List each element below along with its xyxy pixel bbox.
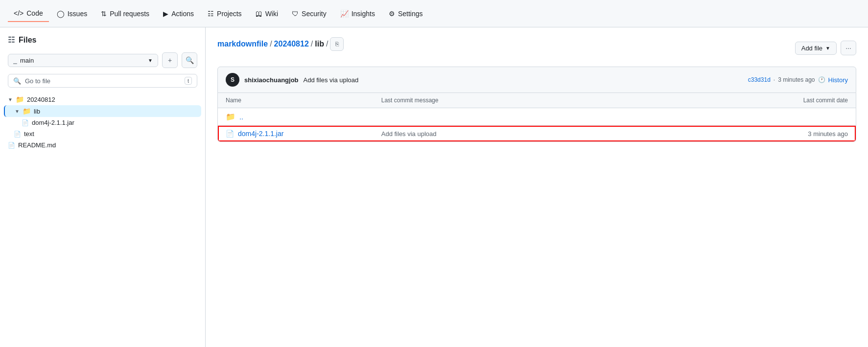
folder-20240812-label: 20240812 xyxy=(27,96,55,103)
file-icon: 📄 xyxy=(8,142,15,149)
history-button[interactable]: History xyxy=(828,76,848,84)
file-dom4j-label: dom4j-2.1.1.jar xyxy=(32,119,74,126)
nav-pull-requests-label: Pull requests xyxy=(110,10,149,18)
search-row: 🔍 Go to file t xyxy=(0,74,205,93)
avatar: S xyxy=(226,73,239,87)
search-magnifier-icon: 🔍 xyxy=(13,77,21,85)
actions-icon: ▶ xyxy=(163,10,168,18)
add-file-button[interactable]: Add file ▼ xyxy=(795,42,837,55)
add-branch-button[interactable]: + xyxy=(162,52,178,68)
nav-security-label: Security xyxy=(302,10,327,18)
more-options-button[interactable]: ··· xyxy=(841,41,856,55)
folder-lib-label: lib xyxy=(34,108,40,115)
commit-time: 3 minutes ago xyxy=(778,76,815,83)
search-shortcut: t xyxy=(185,77,192,85)
branch-row: ⎯ main ▼ + 🔍 xyxy=(0,52,205,74)
copy-icon: ⎘ xyxy=(335,41,339,47)
file-text-label: text xyxy=(24,130,34,138)
search-placeholder-text: Go to file xyxy=(25,77,50,85)
wiki-icon: 🕮 xyxy=(256,10,262,18)
file-table: Name Last commit message Last commit dat… xyxy=(217,93,856,142)
add-file-label: Add file xyxy=(801,45,822,52)
pull-requests-icon: ⇅ xyxy=(101,10,107,18)
folder-icon: 📁 xyxy=(16,95,24,103)
tree-item-dom4j[interactable]: 📄 dom4j-2.1.1.jar xyxy=(4,117,201,128)
chevron-down-icon: ▼ xyxy=(148,58,153,63)
commit-meta: c33d31d · 3 minutes ago 🕐 History xyxy=(748,76,848,84)
file-icon: 📄 xyxy=(22,119,29,126)
file-dom4j-link[interactable]: 📄 dom4j-2.1.1.jar xyxy=(226,130,381,138)
file-icon: 📄 xyxy=(14,131,21,138)
chevron-down-icon: ▼ xyxy=(825,46,830,51)
search-icon: 🔍 xyxy=(186,56,194,64)
breadcrumb-sep-3: / xyxy=(326,40,328,48)
search-button[interactable]: 🔍 xyxy=(182,52,197,68)
file-readme-label: README.md xyxy=(18,141,56,149)
more-icon: ··· xyxy=(845,44,851,52)
nav-projects[interactable]: ☷ Projects xyxy=(202,6,248,22)
table-row: 📄 dom4j-2.1.1.jar Add files via upload 3… xyxy=(218,126,856,141)
issues-icon: ◯ xyxy=(57,10,65,18)
copy-path-button[interactable]: ⎘ xyxy=(330,37,344,51)
nav-issues-label: Issues xyxy=(68,10,87,18)
breadcrumb: markdownfile / 20240812 / lib / ⎘ xyxy=(217,37,344,51)
commit-author[interactable]: shixiaochuangjob xyxy=(244,76,299,84)
parent-folder-name: .. xyxy=(239,113,243,121)
nav-wiki[interactable]: 🕮 Wiki xyxy=(250,6,284,22)
breadcrumb-folder2: lib xyxy=(315,40,324,48)
nav-insights[interactable]: 📈 Insights xyxy=(334,6,381,22)
chevron-down-icon: ▼ xyxy=(15,109,20,114)
branch-icon: ⎯ xyxy=(13,57,17,64)
nav-settings-label: Settings xyxy=(398,10,423,18)
breadcrumb-sep-1: / xyxy=(270,40,272,48)
nav-actions-label: Actions xyxy=(171,10,194,18)
settings-icon: ⚙ xyxy=(389,10,395,18)
header-actions: Add file ▼ ··· xyxy=(795,41,856,55)
col-date-header: Last commit date xyxy=(692,97,848,104)
commit-hash[interactable]: c33d31d xyxy=(748,76,771,83)
main-content: markdownfile / 20240812 / lib / ⎘ Add fi… xyxy=(206,27,868,347)
breadcrumb-folder1[interactable]: 20240812 xyxy=(274,40,309,48)
projects-icon: ☷ xyxy=(208,10,214,18)
col-name-header: Name xyxy=(226,97,381,104)
tree-item-lib[interactable]: ▼ 📁 lib xyxy=(4,105,201,117)
nav-code[interactable]: </> Code xyxy=(8,5,49,22)
dot-sep: · xyxy=(774,76,775,83)
folder-icon: 📁 xyxy=(226,112,235,121)
insights-icon: 📈 xyxy=(340,10,349,18)
clock-icon: 🕐 xyxy=(818,76,825,83)
breadcrumb-sep-2: / xyxy=(311,40,313,48)
nav-issues[interactable]: ◯ Issues xyxy=(51,6,93,22)
tree-item-readme[interactable]: 📄 README.md xyxy=(4,139,201,151)
security-icon: 🛡 xyxy=(292,10,299,18)
tree-item-20240812[interactable]: ▼ 📁 20240812 xyxy=(4,93,201,105)
tree-item-text[interactable]: 📄 text xyxy=(4,128,201,139)
goto-file-search[interactable]: 🔍 Go to file t xyxy=(8,74,197,88)
code-icon: </> xyxy=(14,9,23,17)
file-icon: 📄 xyxy=(226,130,234,138)
file-sidebar: ☷ Files ⎯ main ▼ + 🔍 🔍 Go to file t xyxy=(0,27,206,347)
sidebar-title: Files xyxy=(19,36,36,45)
table-row: 📁 .. xyxy=(218,108,856,126)
file-tree: ▼ 📁 20240812 ▼ 📁 lib 📄 dom4j-2.1.1.jar 📄… xyxy=(0,93,205,151)
breadcrumb-repo[interactable]: markdownfile xyxy=(217,40,268,48)
chevron-down-icon: ▼ xyxy=(8,97,13,102)
commit-message: Add files via upload xyxy=(304,76,359,84)
col-message-header: Last commit message xyxy=(381,97,693,104)
file-dom4j-commit-date: 3 minutes ago xyxy=(692,130,848,138)
branch-selector[interactable]: ⎯ main ▼ xyxy=(8,54,158,67)
file-dom4j-commit-message: Add files via upload xyxy=(381,130,693,138)
file-dom4j-name: dom4j-2.1.1.jar xyxy=(238,130,283,138)
nav-wiki-label: Wiki xyxy=(265,10,278,18)
table-header: Name Last commit message Last commit dat… xyxy=(218,93,856,108)
nav-pull-requests[interactable]: ⇅ Pull requests xyxy=(95,6,155,22)
sidebar-panel-icon: ☷ xyxy=(8,35,15,45)
nav-actions[interactable]: ▶ Actions xyxy=(157,6,200,22)
nav-code-label: Code xyxy=(26,9,43,17)
nav-settings[interactable]: ⚙ Settings xyxy=(383,6,429,22)
sidebar-header: ☷ Files xyxy=(0,35,205,52)
folder-icon: 📁 xyxy=(23,107,31,115)
branch-name: main xyxy=(20,57,34,64)
folder-parent-link[interactable]: 📁 .. xyxy=(226,112,381,121)
nav-security[interactable]: 🛡 Security xyxy=(286,6,332,22)
